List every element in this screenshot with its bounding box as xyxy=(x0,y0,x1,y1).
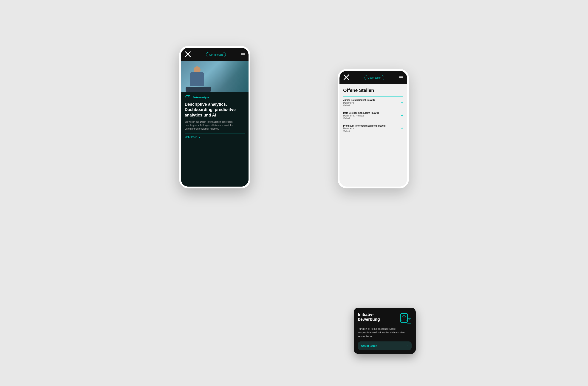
job-title-2: Data Science Consultant (m/w/d) xyxy=(343,112,379,114)
scene: Get in touch xyxy=(179,32,409,354)
job-type-2: Vollzeit xyxy=(343,117,379,120)
left-phone-hero-image xyxy=(181,61,249,92)
initiative-btn-arrow-icon: → xyxy=(405,344,408,348)
table-row[interactable]: Data Science Consultant (m/w/d) Mannheim… xyxy=(343,109,403,122)
category-label: Datenanalyse xyxy=(193,96,209,99)
table-row[interactable]: Junior Data Scientist (m/w/d) Mannheim V… xyxy=(343,96,403,109)
left-phone-get-in-touch-button[interactable]: Get in touch xyxy=(206,52,226,57)
job-location-1: Mannheim xyxy=(343,102,375,104)
initiative-card-top: Initiativ-bewerbung xyxy=(358,312,412,324)
job-location-2: Mannheim / Remote xyxy=(343,114,379,117)
left-phone-navbar: Get in touch xyxy=(181,48,249,61)
main-heading: Descriptive analytics, Dashboarding, pre… xyxy=(185,102,245,118)
person-body xyxy=(190,72,204,86)
expand-icon-1[interactable]: + xyxy=(401,100,403,105)
initiative-btn-label: Get in touch xyxy=(361,344,377,347)
right-phone-get-in-touch-button[interactable]: Get in touch xyxy=(364,75,384,80)
job-type-1: Vollzeit xyxy=(343,104,375,107)
left-phone-content: Datenanalyse Descriptive analytics, Dash… xyxy=(181,92,249,187)
job-list: Junior Data Scientist (m/w/d) Mannheim V… xyxy=(343,96,403,135)
mehr-lesen-label: Mehr lesen xyxy=(185,136,197,138)
right-phone: Get in touch Offene Stellen Junior Data … xyxy=(338,69,409,188)
expand-icon-2[interactable]: + xyxy=(401,113,403,118)
person-laptop xyxy=(186,87,211,92)
description-text: Sie wollen aus Daten Informationen gener… xyxy=(185,120,245,130)
initiative-card-title: Initiativ-bewerbung xyxy=(358,312,380,322)
right-phone-menu-button[interactable] xyxy=(399,76,403,79)
category-icon xyxy=(185,95,191,100)
job-location-3: Mannheim xyxy=(343,127,386,130)
job-info-1: Junior Data Scientist (m/w/d) Mannheim V… xyxy=(343,99,375,107)
left-phone-logo xyxy=(185,51,191,58)
offene-stellen-title: Offene Stellen xyxy=(343,88,403,93)
left-phone-menu-button[interactable] xyxy=(241,53,245,56)
application-icon xyxy=(400,312,412,324)
expand-icon-3[interactable]: + xyxy=(401,126,403,131)
category-row: Datenanalyse xyxy=(185,95,245,100)
svg-point-3 xyxy=(403,315,405,318)
left-phone: Get in touch xyxy=(179,46,250,188)
initiative-get-in-touch-button[interactable]: Get in touch → xyxy=(358,342,412,350)
mehr-lesen-link[interactable]: Mehr lesen ∨ xyxy=(185,133,245,139)
right-phone-logo xyxy=(343,74,350,81)
right-phone-content: Offene Stellen Junior Data Scientist (m/… xyxy=(339,84,407,187)
job-info-3: Praktikum Projektmanagement (m/w/d) Mann… xyxy=(343,125,386,132)
table-row[interactable]: Praktikum Projektmanagement (m/w/d) Mann… xyxy=(343,122,403,135)
hero-person xyxy=(186,66,213,92)
right-phone-navbar: Get in touch xyxy=(339,71,407,84)
initiative-card: Initiativ-bewerbung Für dich ist keine p… xyxy=(354,308,416,354)
hero-overlay xyxy=(221,61,249,92)
job-title-1: Junior Data Scientist (m/w/d) xyxy=(343,99,375,101)
job-type-3: Vollzeit xyxy=(343,130,386,132)
initiative-card-description: Für dich ist keine passende Stelle ausge… xyxy=(358,327,412,339)
job-info-2: Data Science Consultant (m/w/d) Mannheim… xyxy=(343,112,379,120)
mehr-lesen-chevron: ∨ xyxy=(198,135,201,139)
job-title-3: Praktikum Projektmanagement (m/w/d) xyxy=(343,125,386,127)
